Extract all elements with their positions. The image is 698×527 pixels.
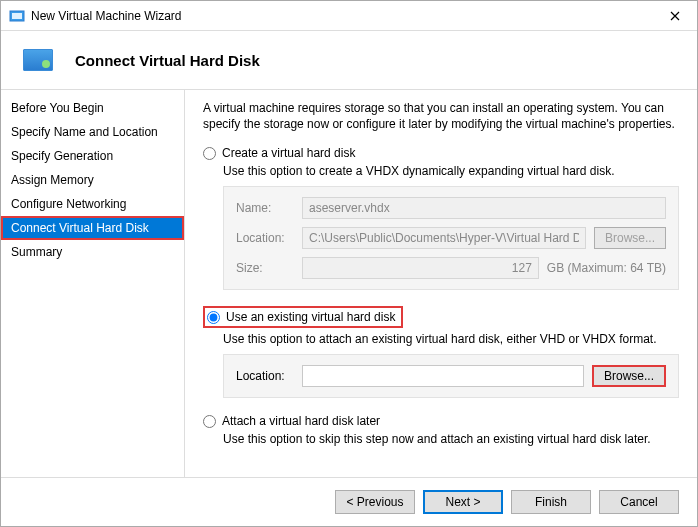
option-create-head[interactable]: Create a virtual hard disk	[203, 146, 679, 160]
create-size-suffix: GB (Maximum: 64 TB)	[547, 261, 666, 275]
create-location-label: Location:	[236, 231, 294, 245]
existing-panel: Location: Browse...	[223, 354, 679, 398]
option-later-head[interactable]: Attach a virtual hard disk later	[203, 414, 679, 428]
option-existing-label: Use an existing virtual hard disk	[226, 310, 395, 324]
step-before-you-begin[interactable]: Before You Begin	[1, 96, 184, 120]
create-panel: Name: Location: Browse... Size: GB (Maxi…	[223, 186, 679, 290]
finish-button[interactable]: Finish	[511, 490, 591, 514]
create-browse-button: Browse...	[594, 227, 666, 249]
wizard-body: Before You Begin Specify Name and Locati…	[1, 89, 697, 477]
create-name-label: Name:	[236, 201, 294, 215]
step-summary[interactable]: Summary	[1, 240, 184, 264]
cancel-button[interactable]: Cancel	[599, 490, 679, 514]
wizard-footer: < Previous Next > Finish Cancel	[1, 477, 697, 526]
intro-text: A virtual machine requires storage so th…	[203, 100, 679, 132]
existing-location-label: Location:	[236, 369, 294, 383]
option-later-label: Attach a virtual hard disk later	[222, 414, 380, 428]
step-specify-generation[interactable]: Specify Generation	[1, 144, 184, 168]
step-connect-vhd[interactable]: Connect Virtual Hard Disk	[1, 216, 184, 240]
create-name-field	[302, 197, 666, 219]
wizard-header: Connect Virtual Hard Disk	[1, 31, 697, 89]
wizard-content: A virtual machine requires storage so th…	[185, 90, 697, 477]
titlebar: New Virtual Machine Wizard	[1, 1, 697, 31]
option-create-vhd: Create a virtual hard disk Use this opti…	[203, 146, 679, 290]
radio-create[interactable]	[203, 147, 216, 160]
next-button[interactable]: Next >	[423, 490, 503, 514]
radio-existing[interactable]	[207, 311, 220, 324]
existing-browse-button[interactable]: Browse...	[592, 365, 666, 387]
existing-location-field[interactable]	[302, 365, 584, 387]
previous-button[interactable]: < Previous	[335, 490, 415, 514]
step-configure-networking[interactable]: Configure Networking	[1, 192, 184, 216]
radio-later[interactable]	[203, 415, 216, 428]
svg-rect-1	[12, 13, 22, 19]
option-create-label: Create a virtual hard disk	[222, 146, 355, 160]
wizard-icon	[23, 49, 53, 71]
option-existing-head[interactable]: Use an existing virtual hard disk	[203, 306, 403, 328]
close-button[interactable]	[652, 1, 697, 31]
create-size-label: Size:	[236, 261, 294, 275]
option-create-desc: Use this option to create a VHDX dynamic…	[223, 164, 679, 178]
wizard-window: New Virtual Machine Wizard Connect Virtu…	[0, 0, 698, 527]
step-specify-name[interactable]: Specify Name and Location	[1, 120, 184, 144]
wizard-steps: Before You Begin Specify Name and Locati…	[1, 90, 185, 477]
app-icon	[9, 8, 25, 24]
create-location-field	[302, 227, 586, 249]
option-existing-desc: Use this option to attach an existing vi…	[223, 332, 679, 346]
create-size-field	[302, 257, 539, 279]
window-title: New Virtual Machine Wizard	[31, 9, 652, 23]
option-later-desc: Use this option to skip this step now an…	[223, 432, 679, 446]
step-assign-memory[interactable]: Assign Memory	[1, 168, 184, 192]
page-title: Connect Virtual Hard Disk	[75, 52, 260, 69]
option-attach-later: Attach a virtual hard disk later Use thi…	[203, 414, 679, 446]
option-existing-vhd: Use an existing virtual hard disk Use th…	[203, 306, 679, 398]
